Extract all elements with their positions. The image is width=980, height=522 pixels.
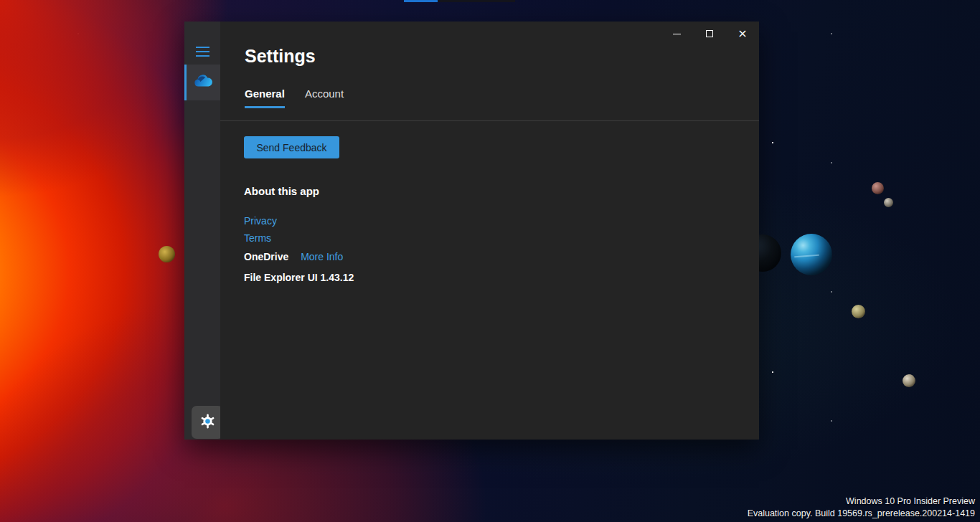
- windows-watermark: Windows 10 Pro Insider Preview Evaluatio…: [748, 495, 975, 520]
- close-button[interactable]: ×: [726, 22, 759, 46]
- minimize-icon: [673, 34, 681, 34]
- offscreen-window-edge-blue: [404, 0, 438, 2]
- terms-link[interactable]: Terms: [244, 232, 271, 244]
- window-controls: ×: [660, 22, 759, 46]
- tab-account[interactable]: Account: [305, 87, 344, 108]
- sidebar-item-onedrive[interactable]: [184, 65, 220, 100]
- tab-bar: General Account: [245, 87, 344, 108]
- blue-planet: [791, 234, 832, 275]
- onedrive-row: OneDrive More Info: [244, 251, 343, 262]
- brown-moon: [872, 182, 884, 194]
- hamburger-menu-button[interactable]: [184, 40, 220, 63]
- minimize-button[interactable]: [660, 22, 693, 46]
- gold-moon: [159, 246, 175, 262]
- about-heading: About this app: [244, 185, 319, 197]
- gear-icon: [199, 413, 216, 432]
- maximize-icon: [706, 30, 713, 37]
- settings-content: × Settings General Account Send Feedback…: [220, 22, 759, 440]
- sidebar: [184, 22, 220, 440]
- send-feedback-button[interactable]: Send Feedback: [244, 136, 339, 158]
- onedrive-cloud-icon: [194, 75, 213, 90]
- hamburger-icon: [196, 51, 209, 52]
- privacy-row: Privacy: [244, 214, 277, 227]
- maximize-button[interactable]: [693, 22, 726, 46]
- gray-moon: [884, 198, 893, 207]
- settings-window: × Settings General Account Send Feedback…: [184, 22, 759, 440]
- watermark-edition: Windows 10 Pro Insider Preview: [748, 495, 975, 508]
- app-version-label: File Explorer UI 1.43.12: [244, 272, 354, 283]
- watermark-build: Evaluation copy. Build 19569.rs_prerelea…: [748, 508, 975, 520]
- page-title: Settings: [245, 46, 316, 67]
- onedrive-label: OneDrive: [244, 251, 288, 262]
- desktop-wallpaper: Windows 10 Pro Insider Preview Evaluatio…: [0, 0, 980, 522]
- close-icon: ×: [738, 28, 747, 39]
- tab-general[interactable]: General: [245, 87, 285, 108]
- offscreen-window-edge-dark: [438, 0, 515, 2]
- hamburger-icon: [196, 47, 209, 48]
- privacy-link[interactable]: Privacy: [244, 215, 277, 227]
- terms-row: Terms: [244, 232, 271, 245]
- tan-moon: [903, 374, 915, 387]
- khaki-moon: [852, 305, 865, 318]
- more-info-link[interactable]: More Info: [301, 251, 343, 262]
- hamburger-icon: [196, 55, 209, 57]
- section-divider: [220, 120, 759, 121]
- sidebar-item-settings[interactable]: [192, 406, 223, 439]
